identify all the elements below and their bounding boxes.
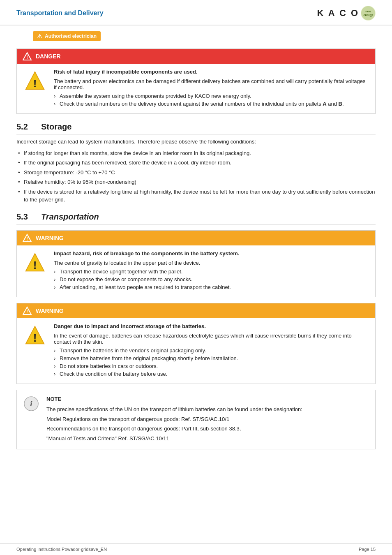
svg-text:!: ! — [33, 259, 37, 271]
warning-1-header-label: WARNING — [36, 235, 64, 241]
note-title: NOTE — [46, 395, 302, 403]
svg-text:!: ! — [33, 77, 37, 90]
warning-2-para: In the event of damage, batteries can re… — [54, 333, 369, 345]
warning-1-para: The centre of gravity is located in the … — [54, 260, 240, 266]
list-item: Storage temperature: -20 °C to +70 °C — [16, 169, 376, 177]
warn-triangle-icon: ⚠ — [37, 33, 42, 39]
footer-right: Page 15 — [359, 547, 376, 552]
danger-icon-wrap: ! — [23, 69, 47, 109]
warning-2-text: Danger due to impact and incorrect stora… — [54, 323, 369, 379]
list-item: If the original packaging has been remov… — [16, 159, 376, 167]
danger-body: ! Risk of fatal injury if incompatible c… — [17, 64, 375, 113]
danger-para: The battery and power electronics can be… — [54, 78, 369, 90]
page-title: Transportation and Delivery — [16, 9, 104, 17]
warning-2-bold-line: Danger due to impact and incorrect stora… — [54, 323, 369, 329]
section-5-2-list: If storing for longer than six months, s… — [16, 149, 376, 204]
section-5-3-number: 5.3 — [16, 212, 33, 222]
danger-triangle-icon: ! — [23, 52, 32, 61]
warning-2-icon: ! — [24, 325, 46, 346]
danger-list-item: Assemble the system using the components… — [54, 93, 369, 99]
logo: K A C O new energy — [317, 6, 376, 21]
warning-2-triangle-icon: ! — [23, 306, 32, 315]
auth-badge: ⚠ Authorised electrician — [33, 31, 101, 41]
main-content: ! DANGER ! Risk of fatal injury if incom… — [0, 49, 392, 449]
warning-2-header-label: WARNING — [36, 308, 64, 314]
list-item: Check the condition of the battery befor… — [54, 371, 369, 377]
danger-bold-line: Risk of fatal injury if incompatible com… — [54, 69, 369, 75]
danger-header: ! DANGER — [17, 49, 375, 64]
danger-warning-icon: ! — [24, 70, 46, 92]
section-5-2-number: 5.2 — [16, 122, 33, 132]
auth-badge-container: ⚠ Authorised electrician — [16, 28, 376, 44]
warning-2-icon-wrap: ! — [23, 323, 47, 379]
danger-header-label: DANGER — [36, 53, 61, 60]
list-item: If storing for longer than six months, s… — [16, 149, 376, 157]
danger-box: ! DANGER ! Risk of fatal injury if incom… — [16, 49, 376, 114]
warning-1-text: Impact hazard, risk of breakage to the c… — [54, 250, 240, 292]
svg-point-0 — [361, 6, 375, 20]
list-item: Do not store batteries in cars or outdoo… — [54, 363, 369, 369]
svg-text:energy: energy — [364, 14, 373, 17]
svg-text:new: new — [365, 10, 371, 13]
svg-text:!: ! — [26, 236, 28, 241]
svg-text:!: ! — [26, 309, 28, 314]
note-para-2: Model Regulations on the transport of da… — [46, 415, 302, 423]
list-item: Do not expose the device or components t… — [54, 276, 240, 282]
page-header: Transportation and Delivery K A C O new … — [0, 0, 392, 25]
note-text: NOTE The precise specifications of the U… — [46, 395, 302, 444]
svg-text:i: i — [30, 399, 32, 407]
list-item: Relative humidity: 0% to 95% (non-conden… — [16, 178, 376, 186]
footer-left: Operating instructions Powador-gridsave_… — [16, 547, 107, 552]
list-item: Transport the batteries in the vendor's … — [54, 347, 369, 354]
page-footer: Operating instructions Powador-gridsave_… — [0, 543, 392, 555]
list-item: Remove the batteries from the original p… — [54, 355, 369, 361]
warning-2-list: Transport the batteries in the vendor's … — [54, 347, 369, 377]
danger-list-item: Check the serial numbers on the delivery… — [54, 101, 369, 107]
warning-box-2: ! WARNING ! Danger due to impact and inc… — [16, 303, 376, 384]
warning-1-header: ! WARNING — [17, 231, 375, 245]
list-item: Transport the device upright together wi… — [54, 268, 240, 275]
warning-1-bold-line: Impact hazard, risk of breakage to the c… — [54, 250, 240, 257]
warning-2-header: ! WARNING — [17, 303, 375, 318]
svg-text:!: ! — [33, 331, 37, 344]
list-item: If the device is stored for a relatively… — [16, 188, 376, 204]
warning-box-1: ! WARNING ! Impact hazard, risk of break… — [16, 230, 376, 297]
note-box: i NOTE The precise specifications of the… — [16, 390, 376, 450]
warning-1-icon: ! — [24, 252, 46, 273]
note-para-1: The precise specifications of the UN on … — [46, 405, 302, 414]
note-para-4: "Manual of Tests and Criteria" Ref. ST/S… — [46, 435, 302, 443]
section-5-2-title: Storage — [41, 122, 71, 132]
svg-text:!: ! — [26, 55, 28, 60]
warning-1-icon-wrap: ! — [23, 250, 47, 292]
section-5-2-intro: Incorrect storage can lead to system mal… — [16, 138, 376, 146]
warning-2-body: ! Danger due to impact and incorrect sto… — [17, 318, 375, 384]
note-para-3: Recommendations on the transport of dang… — [46, 425, 302, 433]
section-5-2-heading: 5.2 Storage — [16, 122, 376, 134]
list-item: After unloading, at least two people are… — [54, 284, 240, 290]
danger-text: Risk of fatal injury if incompatible com… — [54, 69, 369, 109]
logo-badge: new energy — [361, 6, 376, 21]
note-info-icon: i — [23, 396, 39, 412]
auth-badge-label: Authorised electrician — [45, 33, 97, 39]
danger-list: Assemble the system using the components… — [54, 93, 369, 107]
warning-1-body: ! Impact hazard, risk of breakage to the… — [17, 245, 375, 297]
logo-text: K A C O — [317, 8, 359, 18]
section-5-3-heading: 5.3 Transportation — [16, 212, 376, 224]
note-icon-wrap: i — [23, 395, 40, 444]
warning-1-list: Transport the device upright together wi… — [54, 268, 240, 290]
section-5-3-title: Transportation — [41, 212, 99, 222]
warning-1-triangle-icon: ! — [23, 234, 32, 243]
